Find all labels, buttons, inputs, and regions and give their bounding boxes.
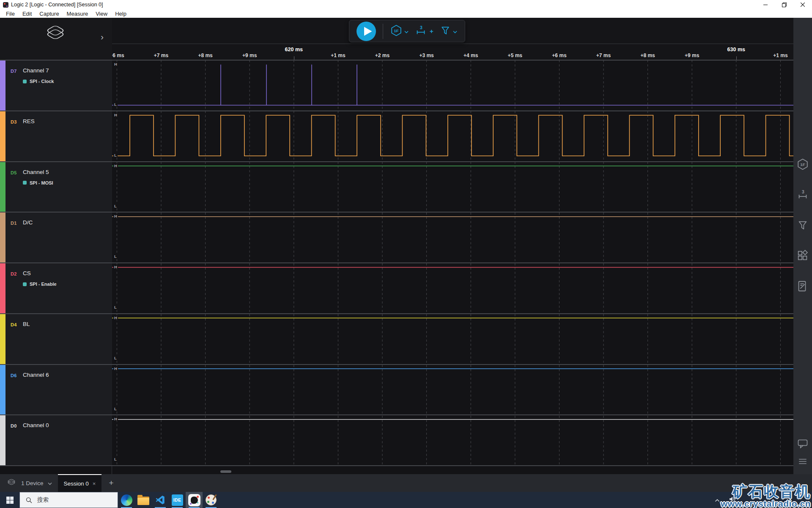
capture-top-strip: 1F 3 + [112, 18, 793, 44]
taskbar-app-ide[interactable]: IDE [169, 492, 186, 508]
menu-capture[interactable]: Capture [36, 9, 63, 18]
taskbar-app-paint[interactable] [203, 492, 219, 508]
analyzer-tag-label: SPI - Clock [30, 79, 54, 84]
channel-color-strip [0, 162, 5, 213]
channel-row-d1[interactable]: D1D/C [0, 212, 112, 263]
channel-id: D5 [11, 170, 17, 175]
start-button[interactable] [0, 492, 19, 508]
paint-icon [206, 494, 217, 505]
channel-name: CS [23, 270, 31, 276]
watermark-url: www.crystalradio.cn [721, 499, 811, 508]
saleae-device-logo [42, 23, 69, 46]
timeline-major-label: 620 ms [285, 47, 303, 52]
level-marker-low: L [113, 356, 118, 360]
tab-session-0[interactable]: Session 0 × [58, 474, 102, 492]
menu-file[interactable]: File [2, 9, 19, 18]
channel-panel: › D7Channel 7SPI - ClockD3RESD5Channel 5… [0, 18, 112, 474]
channel-row-d7[interactable]: D7Channel 7SPI - Clock [0, 60, 112, 111]
analyzer-color-icon [23, 181, 27, 185]
taskbar-search-input[interactable]: 搜索 [19, 492, 118, 508]
taskbar-app-vscode[interactable] [152, 492, 169, 508]
timeline-tick-label: +1 ms [773, 52, 787, 58]
channel-id: D4 [11, 322, 17, 327]
annotations-icon[interactable] [796, 279, 809, 293]
filters-icon[interactable] [796, 218, 809, 232]
close-tab-icon[interactable]: × [93, 480, 96, 487]
svg-text:1F: 1F [800, 162, 805, 167]
channel-id: D2 [11, 271, 17, 276]
device-settings-icon[interactable]: 1F [796, 157, 809, 171]
taskbar-app-file-explorer[interactable] [135, 492, 152, 508]
device-settings-button[interactable]: 1F [390, 24, 409, 39]
expand-panel-icon[interactable]: › [101, 32, 104, 41]
timeline-tick-label: +9 ms [242, 52, 257, 58]
logic2-main-area: › D7Channel 7SPI - ClockD3RESD5Channel 5… [0, 18, 812, 474]
windows-logo-icon [6, 497, 14, 504]
channel-name: Channel 6 [23, 372, 49, 378]
channel-color-strip [0, 60, 5, 111]
timeline-tick-label: +3 ms [419, 52, 433, 58]
channel-row-d4[interactable]: D4BL [0, 314, 112, 364]
level-marker-high: H [113, 417, 118, 421]
timeline-tick-label: +8 ms [198, 52, 212, 58]
timeline-axis[interactable]: +6 ms+7 ms+8 ms+9 ms620 ms+1 ms+2 ms+3 m… [112, 44, 793, 60]
scrollbar-thumb[interactable] [220, 470, 231, 473]
channel-row-d0[interactable]: D0Channel 0 [0, 415, 112, 466]
channel-id: D3 [11, 119, 17, 124]
waveform-d7 [112, 65, 793, 105]
level-marker-high: H [113, 315, 118, 320]
ide-icon: IDE [172, 494, 183, 506]
taskbar-app-edge[interactable] [118, 492, 135, 508]
tray-chevron-up-icon[interactable] [715, 496, 720, 504]
taskbar-app-logic2[interactable] [186, 492, 203, 508]
timeline-tick-label: +1 ms [331, 52, 345, 58]
timeline-tick-label: +6 ms [552, 52, 566, 58]
timeline-tick-label: +8 ms [640, 52, 655, 58]
analyzer-tag-label: SPI - MOSI [30, 180, 53, 185]
menu-icon[interactable] [796, 455, 809, 468]
measurements-icon[interactable]: 3 [796, 188, 809, 202]
filter-button[interactable] [439, 25, 457, 38]
device-panel-header: › [0, 18, 112, 60]
waveform-d3 [112, 115, 793, 156]
chevron-down-icon [404, 28, 409, 35]
play-button[interactable] [357, 22, 376, 41]
channel-row-d6[interactable]: D6Channel 6 [0, 364, 112, 415]
extensions-icon[interactable] [796, 249, 809, 262]
chevron-down-icon [48, 479, 52, 487]
timeline-tick-label: +7 ms [154, 52, 168, 58]
menu-edit[interactable]: Edit [19, 9, 36, 18]
channel-color-strip [0, 111, 5, 162]
device-selector[interactable]: 1 Device [0, 474, 58, 492]
windows-taskbar: 搜索 IDE [0, 492, 812, 508]
channel-row-d3[interactable]: D3RES [0, 111, 112, 162]
new-session-button[interactable]: + [104, 474, 118, 492]
channel-name: RES [23, 118, 35, 124]
watermark-title: 矿石收音机 [721, 484, 811, 499]
menu-help[interactable]: Help [111, 9, 130, 18]
restore-button[interactable] [775, 0, 793, 9]
level-marker-low: L [113, 305, 118, 309]
level-marker-low: L [113, 204, 118, 208]
channel-row-separator [0, 414, 793, 415]
channel-color-strip [0, 314, 5, 364]
timeline-tick-label: +7 ms [596, 52, 611, 58]
analyzer-color-icon [23, 80, 27, 83]
menu-view[interactable]: View [92, 9, 111, 18]
level-marker-high: H [113, 265, 118, 269]
timeline-major-label: 630 ms [727, 47, 745, 52]
channel-row-d5[interactable]: D5Channel 5SPI - MOSI [0, 162, 112, 213]
channel-name: BL [23, 321, 30, 327]
device-settings-1f-icon: 1F [390, 24, 403, 39]
toolbar-separator [383, 24, 383, 39]
level-marker-high: H [113, 214, 118, 218]
channel-row-d2[interactable]: D2CSSPI - Enable [0, 263, 112, 314]
menu-measure[interactable]: Measure [63, 9, 92, 18]
close-button[interactable] [793, 0, 812, 9]
minimize-button[interactable] [756, 0, 775, 9]
add-measurement-button[interactable]: 3 + [414, 24, 433, 39]
comments-icon[interactable] [796, 437, 809, 450]
level-marker-low: L [113, 254, 118, 259]
channel-name: Channel 5 [23, 169, 49, 175]
channel-id: D7 [11, 69, 17, 74]
